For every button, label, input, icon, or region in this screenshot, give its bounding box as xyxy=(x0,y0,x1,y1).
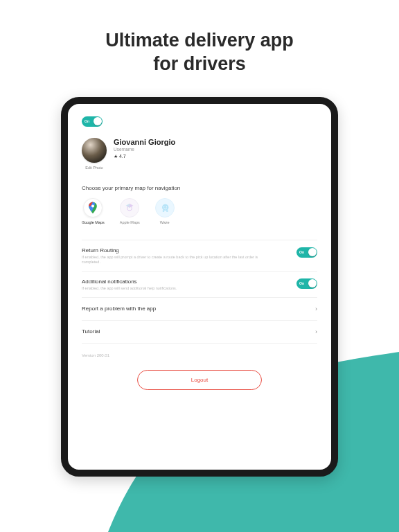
toggle-knob xyxy=(308,248,317,256)
tutorial-label: Tutorial xyxy=(82,328,100,335)
toggle-label: On xyxy=(299,250,304,254)
waze-icon xyxy=(155,198,175,218)
return-routing-desc: If enabled, the app will prompt a driver… xyxy=(82,255,269,265)
avatar[interactable] xyxy=(82,138,107,163)
edit-photo-link[interactable]: Edit Photo xyxy=(82,166,107,170)
svg-point-6 xyxy=(166,210,168,212)
map-option-google[interactable]: Google Maps xyxy=(82,198,105,224)
star-icon: ★ xyxy=(114,154,118,159)
return-routing-toggle[interactable]: On xyxy=(296,247,317,258)
status-toggle[interactable]: On xyxy=(82,116,103,127)
google-maps-icon xyxy=(83,198,103,218)
toggle-knob xyxy=(308,279,317,287)
svg-point-3 xyxy=(163,206,164,206)
map-label-waze: Waze xyxy=(160,220,170,224)
avatar-block: Edit Photo xyxy=(82,138,107,170)
tablet-frame: On Edit Photo Giovanni Giorgio Username … xyxy=(61,97,338,477)
additional-notifications-title: Additional notifications xyxy=(82,278,177,285)
setting-additional-notifications: Additional notifications If enabled, the… xyxy=(82,272,317,298)
tutorial-row[interactable]: Tutorial › xyxy=(82,321,317,344)
map-options-row: Google Maps Apple Maps Waze xyxy=(82,198,317,224)
svg-point-2 xyxy=(162,204,168,210)
map-label-apple: Apple Maps xyxy=(120,220,140,224)
headline-line1: Ultimate delivery app xyxy=(105,30,294,51)
svg-point-5 xyxy=(162,210,164,212)
profile-rating: ★ 4.7 xyxy=(114,154,175,159)
rating-value: 4.7 xyxy=(119,154,126,159)
profile-section: Edit Photo Giovanni Giorgio Username ★ 4… xyxy=(82,138,317,170)
profile-username: Username xyxy=(114,147,175,152)
marketing-headline: Ultimate delivery app for drivers xyxy=(0,29,399,76)
version-text: Version 200.01 xyxy=(82,353,317,357)
additional-notifications-toggle[interactable]: On xyxy=(296,278,317,289)
svg-point-4 xyxy=(166,206,166,206)
report-problem-label: Report a problem with the app xyxy=(82,305,156,312)
return-routing-title: Return Routing xyxy=(82,247,269,254)
map-label-google: Google Maps xyxy=(82,220,105,224)
profile-info: Giovanni Giorgio Username ★ 4.7 xyxy=(114,138,175,159)
headline-line2: for drivers xyxy=(153,53,246,74)
report-problem-row[interactable]: Report a problem with the app › xyxy=(82,298,317,321)
chevron-right-icon: › xyxy=(315,328,317,335)
apple-maps-icon xyxy=(120,198,139,218)
app-screen: On Edit Photo Giovanni Giorgio Username … xyxy=(68,104,331,470)
setting-return-routing: Return Routing If enabled, the app will … xyxy=(82,240,317,272)
additional-notifications-desc: If enabled, the app will send additional… xyxy=(82,286,177,291)
chevron-right-icon: › xyxy=(315,305,317,312)
map-section-label: Choose your primary map for navigation xyxy=(82,185,317,191)
toggle-knob xyxy=(94,117,102,125)
toggle-label: On xyxy=(299,281,304,285)
map-option-apple[interactable]: Apple Maps xyxy=(120,198,140,224)
toggle-label: On xyxy=(85,119,89,123)
profile-name: Giovanni Giorgio xyxy=(114,138,175,146)
svg-point-0 xyxy=(91,204,94,207)
logout-button[interactable]: Logout xyxy=(137,370,262,390)
map-option-waze[interactable]: Waze xyxy=(155,198,175,224)
